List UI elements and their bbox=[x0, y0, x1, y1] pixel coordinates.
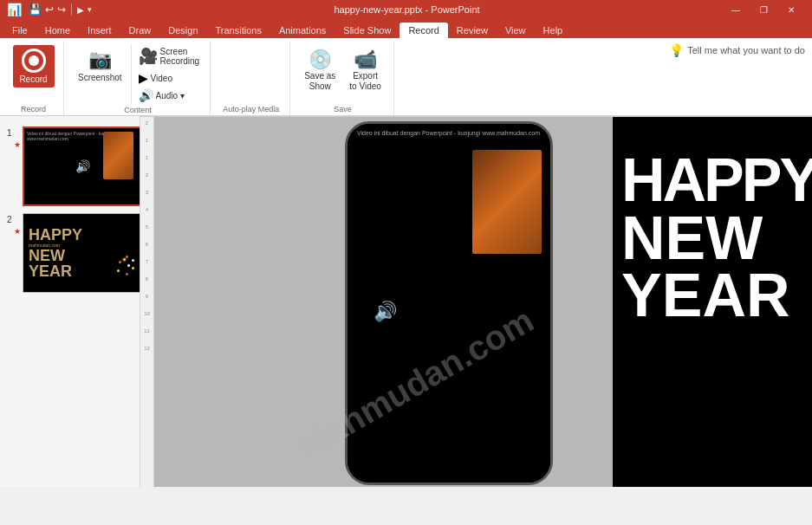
slide-item-2[interactable]: 2 ★ HAPPY mahmudan.com NEW YEAR bbox=[23, 213, 133, 293]
tab-home[interactable]: Home bbox=[36, 23, 79, 38]
screen-recording-group: 🎥 Screen Recording ▶ Video 🔊 Audio ▾ bbox=[131, 45, 204, 104]
right-happy-panel: HAPPY NEW YEAR bbox=[613, 117, 812, 487]
save-as-show-button[interactable]: 💿 Save asShow bbox=[299, 45, 341, 95]
screen-recording-button[interactable]: 🎥 Screen Recording bbox=[135, 45, 204, 68]
phone-speaker-icon: 🔊 bbox=[374, 301, 397, 323]
slide-number-2: 2 bbox=[7, 215, 12, 224]
app-chrome: 📊 💾 ↩ ↪ ▶ ▾ happy-new-year.pptx - PowerP… bbox=[0, 0, 812, 38]
tab-file[interactable]: File bbox=[3, 23, 36, 38]
ribbon-group-record: Record Record bbox=[3, 42, 64, 115]
record-group-label: Record bbox=[21, 103, 46, 115]
canvas-main: 2 1 1 2 3 4 5 6 7 8 9 10 11 12 bbox=[140, 117, 812, 487]
screen-recording-label2: Recording bbox=[160, 56, 200, 66]
phone-image bbox=[472, 150, 542, 254]
slide-thumb-2: HAPPY mahmudan.com NEW YEAR bbox=[23, 213, 140, 293]
tab-draw[interactable]: Draw bbox=[120, 23, 160, 38]
window-controls: — ❐ ✕ bbox=[722, 1, 805, 18]
slide-thumb-1: Video ini dibuat dengan Powerpoint - kun… bbox=[23, 126, 140, 206]
phone-mockup: Video ini dibuat dengan Powerpoint - kun… bbox=[345, 121, 553, 485]
slide-star-2: ★ bbox=[14, 227, 21, 236]
export-to-video-button[interactable]: 📹 Exportto Video bbox=[344, 45, 387, 95]
record-button[interactable]: Record bbox=[13, 45, 55, 88]
year-text: YEAR bbox=[613, 267, 812, 325]
audio-label: Audio ▾ bbox=[156, 91, 185, 100]
save-as-show-icon: 💿 bbox=[309, 49, 332, 71]
help-search-area[interactable]: 💡 Tell me what you want to do bbox=[669, 43, 805, 57]
app-icon: 📊 bbox=[7, 3, 22, 16]
vertical-ruler: 2 1 1 2 3 4 5 6 7 8 9 10 11 12 bbox=[140, 117, 154, 487]
tab-insert[interactable]: Insert bbox=[79, 23, 120, 38]
main-area: 1 ★ Video ini dibuat dengan Powerpoint -… bbox=[0, 116, 812, 487]
help-search-text[interactable]: Tell me what you want to do bbox=[687, 45, 805, 55]
record-label: Record bbox=[19, 75, 47, 84]
autoplay-group-label: Auto-play Media bbox=[223, 103, 279, 115]
video-button[interactable]: ▶ Video bbox=[135, 69, 204, 87]
record-icon bbox=[22, 49, 46, 73]
slide-star-1: ★ bbox=[14, 140, 21, 149]
screenshot-button[interactable]: 📷 Screenshot bbox=[73, 45, 127, 87]
phone-top-text: Video ini dibuat dengan Powerpoint - kun… bbox=[357, 130, 540, 136]
ribbon: Record Record 📷 Screenshot 🎥 Screen Reco… bbox=[0, 38, 812, 116]
help-lightbulb-icon: 💡 bbox=[669, 43, 684, 57]
video-icon: ▶ bbox=[139, 71, 148, 85]
thumb2-happy: HAPPY bbox=[29, 227, 136, 243]
thumb1-speaker-icon: 🔊 bbox=[75, 159, 90, 173]
save-qat-btn[interactable]: 💾 bbox=[29, 3, 42, 16]
restore-btn[interactable]: ❐ bbox=[750, 1, 777, 18]
tab-slideshow[interactable]: Slide Show bbox=[335, 23, 400, 38]
ribbon-tab-row: File Home Insert Draw Design Transitions… bbox=[0, 19, 812, 38]
screenshot-label: Screenshot bbox=[78, 73, 122, 83]
divider1 bbox=[71, 3, 72, 16]
phone-top-bar: Video ini dibuat dengan Powerpoint - kun… bbox=[348, 124, 550, 141]
tab-transitions[interactable]: Transitions bbox=[207, 23, 270, 38]
tab-design[interactable]: Design bbox=[159, 23, 206, 38]
tab-view[interactable]: View bbox=[497, 23, 535, 38]
audio-icon: 🔊 bbox=[139, 88, 153, 102]
slide-item-1[interactable]: 1 ★ Video ini dibuat dengan Powerpoint -… bbox=[23, 126, 133, 206]
tab-animations[interactable]: Animations bbox=[270, 23, 335, 38]
save-as-show-label: Save asShow bbox=[304, 71, 335, 92]
redo-btn[interactable]: ↪ bbox=[57, 3, 66, 16]
ribbon-group-content-record: Record bbox=[13, 42, 55, 103]
slide-list: 1 ★ Video ini dibuat dengan Powerpoint -… bbox=[3, 120, 136, 296]
close-btn[interactable]: ✕ bbox=[777, 1, 805, 18]
undo-btn[interactable]: ↩ bbox=[45, 3, 54, 16]
ribbon-group-save: 💿 Save asShow 📹 Exportto Video Save bbox=[292, 42, 394, 115]
export-to-video-label: Exportto Video bbox=[349, 71, 381, 92]
content-group-label: Content bbox=[124, 104, 152, 116]
thumb1-image bbox=[103, 132, 133, 179]
ribbon-group-autoplay: Auto-play Media bbox=[212, 42, 290, 115]
screen-recording-icon: 🎥 bbox=[139, 47, 158, 66]
qat-more-btn[interactable]: ▾ bbox=[88, 5, 92, 14]
export-to-video-icon: 📹 bbox=[354, 49, 377, 71]
new-text: NEW bbox=[613, 210, 812, 268]
fireworks-decoration bbox=[110, 254, 136, 288]
ribbon-group-content-area: 📷 Screenshot 🎥 Screen Recording ▶ Video bbox=[73, 42, 203, 104]
audio-button[interactable]: 🔊 Audio ▾ bbox=[135, 87, 204, 104]
ribbon-group-content-grp: 📷 Screenshot 🎥 Screen Recording ▶ Video bbox=[66, 42, 211, 115]
video-label: Video bbox=[151, 74, 172, 83]
window-title: happy-new-year.pptx - PowerPoint bbox=[95, 4, 718, 15]
tab-help[interactable]: Help bbox=[535, 23, 572, 38]
quick-access-toolbar: 📊 💾 ↩ ↪ ▶ ▾ happy-new-year.pptx - PowerP… bbox=[0, 0, 812, 19]
slide-canvas: Mahmudan.com Video ini dibuat dengan Pow… bbox=[154, 117, 812, 487]
screen-recording-label: Screen bbox=[160, 47, 200, 56]
tab-review[interactable]: Review bbox=[448, 23, 497, 38]
canvas-wrapper: 7654321|11234567 2 1 1 2 3 4 5 6 7 8 9 bbox=[140, 116, 812, 487]
phone-screen: 🔊 bbox=[348, 141, 550, 483]
tab-record[interactable]: Record bbox=[400, 23, 447, 38]
slide-panel: 1 ★ Video ini dibuat dengan Powerpoint -… bbox=[0, 116, 140, 487]
minimize-btn[interactable]: — bbox=[722, 1, 750, 18]
slide-number-1: 1 bbox=[7, 128, 12, 138]
ribbon-group-content-save: 💿 Save asShow 📹 Exportto Video bbox=[299, 42, 387, 103]
save-group-label: Save bbox=[334, 103, 352, 115]
happy-text: HAPPY bbox=[613, 117, 812, 210]
present-btn[interactable]: ▶ bbox=[77, 5, 84, 15]
screenshot-icon: 📷 bbox=[88, 49, 112, 71]
